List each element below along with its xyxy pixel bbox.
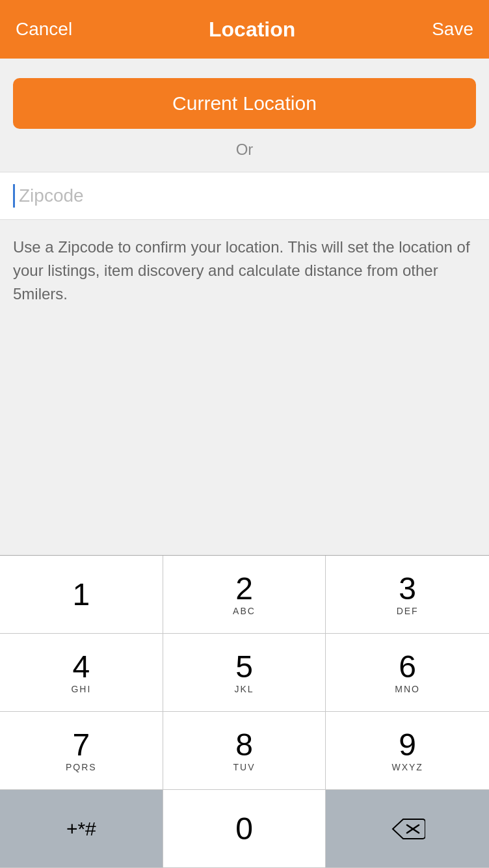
- key-9[interactable]: 9 WXYZ: [326, 712, 489, 790]
- keyboard-row-2: 4 GHI 5 JKL 6 MNO: [0, 634, 489, 712]
- zipcode-cursor: [13, 184, 15, 208]
- or-divider: Or: [13, 141, 476, 159]
- page-title: Location: [209, 18, 295, 42]
- keyboard-row-4: +*# 0: [0, 790, 489, 868]
- zipcode-section: [0, 172, 489, 220]
- key-special[interactable]: +*#: [0, 790, 163, 868]
- delete-icon: [390, 817, 425, 841]
- keyboard-row-1: 1 2 ABC 3 DEF: [0, 556, 489, 634]
- keyboard-row-3: 7 PQRS 8 TUV 9 WXYZ: [0, 712, 489, 790]
- nav-bar: Cancel Location Save: [0, 0, 489, 59]
- key-7[interactable]: 7 PQRS: [0, 712, 163, 790]
- cancel-button[interactable]: Cancel: [16, 19, 72, 40]
- key-1[interactable]: 1: [0, 556, 163, 634]
- keyboard: 1 2 ABC 3 DEF 4 GHI 5 JKL 6 MNO 7 PQRS: [0, 555, 489, 868]
- helper-text: Use a Zipcode to confirm your location. …: [13, 236, 476, 306]
- main-content: Current Location Or Use a Zipcode to con…: [0, 59, 489, 555]
- key-delete[interactable]: [326, 790, 489, 868]
- save-button[interactable]: Save: [432, 19, 473, 40]
- current-location-button[interactable]: Current Location: [13, 78, 476, 129]
- key-6[interactable]: 6 MNO: [326, 634, 489, 712]
- key-5[interactable]: 5 JKL: [163, 634, 326, 712]
- zipcode-input-wrapper: [13, 184, 476, 208]
- key-8[interactable]: 8 TUV: [163, 712, 326, 790]
- key-0[interactable]: 0: [163, 790, 326, 868]
- key-2[interactable]: 2 ABC: [163, 556, 326, 634]
- zipcode-input[interactable]: [19, 185, 476, 206]
- key-3[interactable]: 3 DEF: [326, 556, 489, 634]
- key-4[interactable]: 4 GHI: [0, 634, 163, 712]
